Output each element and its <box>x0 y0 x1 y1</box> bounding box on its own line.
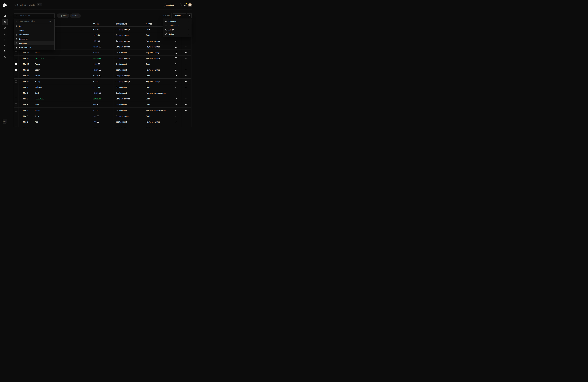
cell-method: Card <box>144 102 171 107</box>
cell-description: Apple <box>33 113 91 119</box>
check-icon <box>175 121 177 123</box>
filter-menu-item-status[interactable]: Status <box>14 28 54 33</box>
cell-method: Card <box>144 113 171 119</box>
sidebar-item-vault[interactable] <box>2 42 7 48</box>
actions-button[interactable]: Actions <box>173 14 186 18</box>
table-row[interactable]: Mar 2 Apple -€99.50 Company savings Card <box>14 113 191 119</box>
row-menu-button[interactable] <box>185 75 187 76</box>
filter-menu-item-accounts[interactable]: Accounts <box>14 41 54 45</box>
cell-row-menu <box>181 119 191 125</box>
row-menu-button[interactable] <box>185 116 187 116</box>
filter-menu-item-base-currency[interactable]: Base currency <box>14 45 54 50</box>
row-menu-button[interactable] <box>185 122 187 122</box>
filter-menu-item-attachments[interactable]: Attachments <box>14 33 54 37</box>
row-checkbox[interactable] <box>15 121 17 123</box>
table-row[interactable]: Mar 9 Webflow -€111.50 Debit account Car… <box>14 85 191 90</box>
filter-menu-item-date[interactable]: Date <box>14 24 54 28</box>
notification-dot <box>186 3 187 4</box>
cell-bank-account: Company savings <box>114 113 144 119</box>
row-checkbox[interactable] <box>15 92 17 94</box>
table-row[interactable]: Mar 2 Apple €99.50 Gabriel C Gabriel C <box>14 125 191 127</box>
header-bank-account[interactable]: Bank account <box>114 21 144 26</box>
row-menu-button[interactable] <box>185 99 187 99</box>
table-row[interactable]: Mar 10 Spotify -€199.50 Company savings … <box>14 79 191 85</box>
row-menu-button[interactable] <box>185 46 187 47</box>
actions-menu-item-categories[interactable]: Categories <box>163 19 191 23</box>
feedback-button[interactable]: Feedback <box>164 3 176 7</box>
sidebar-item-settings[interactable] <box>2 54 7 60</box>
app-logo[interactable] <box>3 3 7 7</box>
row-checkbox[interactable] <box>15 80 17 83</box>
table-row[interactable]: Mar 16 Github -€299.50 Debit account Pay… <box>14 50 191 56</box>
sidebar-item-transactions[interactable] <box>2 19 7 25</box>
row-checkbox[interactable] <box>15 86 17 88</box>
row-checkbox[interactable] <box>15 109 17 111</box>
bank-icon <box>15 42 18 44</box>
row-checkbox[interactable] <box>15 98 17 100</box>
cell-checkbox <box>14 107 19 113</box>
table-row[interactable]: Mar 2 Apple -€99.50 Debit account Paymen… <box>14 119 191 125</box>
row-menu-button[interactable] <box>185 104 187 105</box>
workspace-switcher[interactable]: Acme <box>2 119 7 123</box>
row-menu-button[interactable] <box>185 41 187 41</box>
sidebar-item-apps[interactable] <box>2 48 7 54</box>
sidebar-item-overview[interactable] <box>2 13 7 19</box>
filter-dropdown-input[interactable]: Search or type filter ⌘ F <box>14 19 54 24</box>
table-row[interactable]: Mar 15 H23504959 €16799.00 Company savin… <box>14 56 191 61</box>
alert-circle-icon <box>175 63 177 65</box>
cell-description: Apple <box>33 119 91 125</box>
row-checkbox[interactable] <box>15 75 17 77</box>
sidebar-item-inbox[interactable] <box>2 25 7 31</box>
notifications-button[interactable] <box>183 3 187 7</box>
actions-menu-item-assign[interactable]: Assign <box>163 28 191 32</box>
row-menu-button[interactable] <box>185 58 187 59</box>
user-avatar[interactable] <box>188 3 192 7</box>
cell-date: Mar 2 <box>19 125 33 127</box>
row-menu-button[interactable] <box>185 87 187 87</box>
filter-chip[interactable]: Fulfilled <box>70 14 81 18</box>
filter-menu-item-categories[interactable]: Categories <box>14 37 54 41</box>
row-menu-button[interactable] <box>185 110 187 111</box>
row-menu-button[interactable] <box>185 70 187 70</box>
table-row[interactable]: Mar 6 H23504959 €17211.00 Company saving… <box>14 96 191 102</box>
global-search[interactable]: Search for or jump to ⌘K <box>14 3 42 6</box>
actions-menu-item-status[interactable]: Status <box>163 32 191 36</box>
filter-chip[interactable]: July 2024 <box>57 14 69 18</box>
header-amount[interactable]: Amount <box>91 21 114 26</box>
cell-bank-account: Company savings <box>114 27 144 32</box>
cell-date: Mar 10 <box>19 79 33 84</box>
row-checkbox[interactable] <box>15 127 17 127</box>
sidebar-item-invoices[interactable] <box>2 37 7 42</box>
row-checkbox[interactable] <box>15 104 17 106</box>
cell-amount: -€125.50 <box>91 107 114 113</box>
row-menu-button[interactable] <box>185 52 187 53</box>
row-checkbox[interactable] <box>15 51 17 54</box>
row-menu-button[interactable] <box>185 81 187 82</box>
cell-amount: -€99.50 <box>91 113 114 119</box>
cell-row-menu <box>181 56 191 61</box>
table-row[interactable]: Mar 5 Slack -€99.50 Debit account Card <box>14 102 191 108</box>
filter-search-input[interactable]: Search or filter <box>14 14 55 18</box>
add-transaction-button[interactable] <box>187 14 191 18</box>
table-row[interactable]: Mar 5 iCloud -€125.50 Debit account Paym… <box>14 107 191 113</box>
table-row[interactable]: Mar 12 Vercel -€2120.50 Company savings … <box>14 73 191 79</box>
cell-date: Mar 16 <box>19 50 33 55</box>
table-row[interactable]: Mar 13 Spotify -€2120.50 Debit account P… <box>14 67 191 73</box>
cell-amount: -€134.50 <box>91 38 114 44</box>
row-menu-button[interactable] <box>185 64 187 64</box>
cell-amount: -€99.50 <box>91 102 114 107</box>
cell-amount: -€2450.50 <box>91 27 114 32</box>
row-menu-button[interactable] <box>185 93 187 93</box>
table-row[interactable]: Mar 14 Figma -€199.50 Debit account Card <box>14 61 191 67</box>
row-checkbox[interactable] <box>15 69 17 71</box>
cell-status <box>171 102 181 107</box>
refresh-button[interactable] <box>178 3 182 7</box>
actions-menu-item-transactions[interactable]: Transactions <box>163 23 191 28</box>
row-checkbox[interactable] <box>15 57 17 59</box>
check-icon <box>175 86 177 88</box>
cell-method: Card <box>144 61 171 67</box>
row-checkbox[interactable] <box>15 115 17 117</box>
table-row[interactable]: Mar 8 Slack -€2120.50 Debit account Paym… <box>14 90 191 96</box>
sidebar-item-tracker[interactable] <box>2 31 7 37</box>
row-checkbox[interactable] <box>15 63 17 65</box>
